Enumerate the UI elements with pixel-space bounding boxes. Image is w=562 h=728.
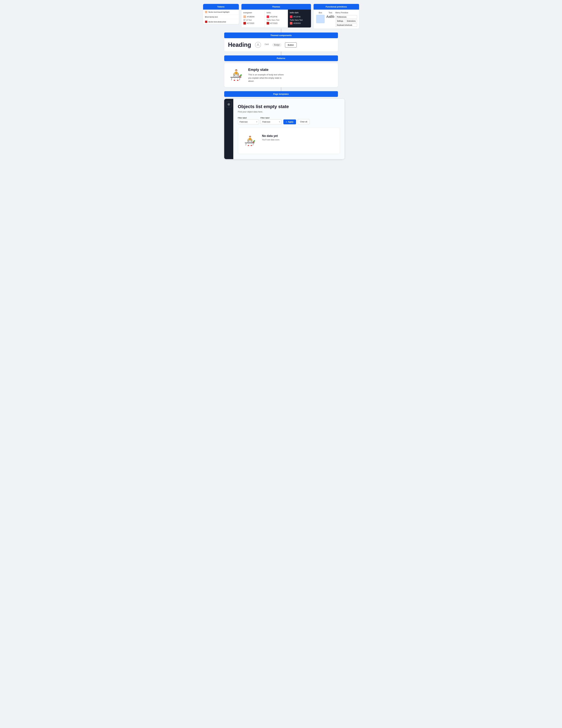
svg-rect-7 [235,72,238,75]
theme-col-evergreen: evergreen #F2BD94 SF UI Text #C72323 [242,10,265,27]
theme-hex-d2: #EB5656 [293,22,301,24]
clear-label: Clear all [300,121,307,123]
theme-color-row-e2: #C72323 [244,22,263,25]
patterns-section: Patterns [224,55,338,87]
sidebar-dark [224,99,233,159]
theme-swatch-e2 [244,22,246,25]
theme-hex-e1: #F2BD94 [247,16,255,18]
patterns-title: Patterns [277,57,285,59]
primitive-box-col: Box [315,12,325,27]
themes-panel: Themes evergreen #F2BD94 SF UI Text #C72… [242,4,311,27]
filter-icon: ≡ [286,121,287,123]
avatar-icon [255,42,261,48]
connector-5 [281,87,281,91]
theme-hex-d1: #F22F46 [293,16,300,18]
filter-label-2: Filter label [261,117,282,119]
theme-hex-t1: #F22F46 [270,16,278,18]
token-swatch-3 [205,21,207,23]
page-templates-header: Page templates [224,91,338,97]
primitive-text-col: Text AaBb [325,12,335,27]
svg-point-36 [253,141,254,142]
theme-color-row-t2: #C72323 [267,22,286,25]
filter-group-2: Filter label Field text ▾ [261,117,282,124]
theme-swatch-d1 [290,15,292,18]
svg-rect-28 [249,138,251,141]
connector-1 [281,29,281,33]
objects-main: Objects list empty state Find your objec… [233,99,344,159]
page-templates-section: Page templates Objects list empty state [224,91,338,159]
card-label: Card [265,43,269,45]
empty-state-illustration [228,68,245,82]
menu-btn-row: Settings Extensions [335,19,357,23]
patterns-header: Patterns [224,55,338,61]
filter-row: Filter label Field text ▾ Filter label F… [238,117,340,124]
svg-point-16 [234,80,235,81]
svg-point-0 [258,44,259,45]
menu-btn-keyboard-shortcuts[interactable]: Keyboard shortcuts [335,23,357,27]
token-name-2: $font-family-text [205,16,218,18]
primitive-menu-col: Menu Primitive Preferences Settings Exte… [335,12,357,27]
empty-data-card: No data yet You'll see data soon. [238,128,340,154]
text-label: Text [328,12,332,14]
theme-swatch-t2 [267,22,269,25]
filter-select-2[interactable]: Field text ▾ [261,119,282,124]
filter-select-1[interactable]: Field text ▾ [238,119,259,124]
theme-color-row-d2: #EB5656 [290,22,309,25]
token-row-3: $color-text-destructive [203,19,239,24]
menu-btn-settings[interactable]: Settings [335,19,345,23]
chevron-down-icon-2: ▾ [279,121,280,123]
theme-name-twilio: twilio [267,12,286,14]
badge-preview: Badge [273,43,281,46]
empty-state-body: This is an example of body text where yo… [248,73,284,83]
sidebar-icon-btn[interactable] [226,101,232,107]
svg-point-17 [237,80,239,81]
menu-btn-extensions[interactable]: Extensions [345,19,357,23]
no-data-illustration [242,134,258,147]
no-data-body: You'll see data soon. [262,139,280,141]
theme-col-twilio-dark: twilio-dark #F22F46 Twilio Sans Text #EB… [288,10,311,27]
tokens-header: Tokens [203,4,239,10]
theme-name-twilio-dark: twilio-dark [290,12,309,14]
themes-title: Themes [272,6,280,8]
clear-all-button[interactable]: Clear all [297,119,310,124]
no-data-content: No data yet You'll see data soon. [262,134,280,141]
patterns-body: Empty state This is an example of body t… [224,63,338,87]
box-label: Box [319,12,322,14]
no-data-title: No data yet [262,134,280,138]
svg-line-2 [232,78,232,80]
menu-btn-preferences[interactable]: Preferences [335,15,357,19]
page-wrapper: Tokens $color-text-brand-highlight $font… [203,4,359,159]
svg-rect-9 [235,74,238,77]
box-preview [316,15,324,23]
svg-point-37 [248,145,249,146]
svg-rect-30 [249,140,252,142]
themes-header: Themes [242,4,311,10]
objects-title: Objects list empty state [238,104,340,109]
theme-hex-t2: #C72323 [270,22,278,24]
functional-header: Functional primitives [313,4,359,10]
theme-swatch-e1 [244,15,246,18]
svg-line-3 [240,78,240,80]
theme-swatch-t1 [267,15,269,18]
theme-color-row-e1: #F2BD94 [244,15,263,18]
themed-components-header: Themed components [224,33,338,38]
theme-font-e: SF UI Text [244,19,263,21]
token-name-1: $color-text-brand-highlight [209,11,230,13]
card-preview [265,46,265,46]
empty-state-content: Empty state This is an example of body t… [248,68,284,83]
theme-color-row-d1: #F22F46 [290,15,309,18]
objects-page: Objects list empty state Find your objec… [224,99,344,159]
filter-label-1: Filter label [238,117,259,119]
top-row: Tokens $color-text-brand-highlight $font… [203,4,359,29]
connector-3 [281,52,281,55]
apply-button[interactable]: ≡ Apply [283,119,296,124]
token-swatch-1 [205,11,207,13]
theme-font-t: Twilio Sans Text [267,19,286,21]
svg-line-24 [253,143,253,145]
theme-color-row-t1: #F22F46 [267,15,286,18]
card-section: Card [265,43,269,46]
text-preview: AaBb [326,15,334,19]
tokens-title: Tokens [217,6,225,8]
token-name-3: $color-text-destructive [209,21,226,23]
theme-font-d: Twilio Sans Text [290,19,309,21]
